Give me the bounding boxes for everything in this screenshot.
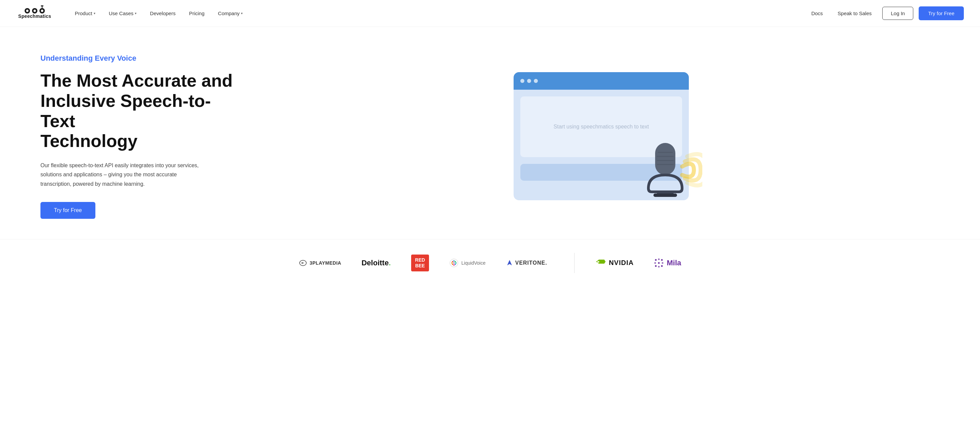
logo-circle-2 <box>32 8 37 13</box>
svg-point-12 <box>453 262 455 264</box>
browser-dot-1 <box>520 79 524 83</box>
logo-liquidvoice: LiquidVoice <box>449 258 485 268</box>
mic-svg <box>635 133 702 207</box>
nav-docs-link[interactable]: Docs <box>807 8 827 19</box>
svg-point-21 <box>654 262 656 264</box>
svg-point-13 <box>455 262 457 264</box>
nav-links: Product ▾ Use Cases ▾ Developers Pricing… <box>69 8 807 19</box>
svg-rect-6 <box>654 193 677 197</box>
nav-company[interactable]: Company ▾ <box>213 8 248 19</box>
svg-point-9 <box>453 260 455 261</box>
use-cases-chevron-icon: ▾ <box>135 11 137 15</box>
svg-point-10 <box>455 261 456 262</box>
logo-circle-1 <box>25 8 30 13</box>
3play-icon <box>299 260 307 266</box>
hero-right: Start using speechmatics speech to text <box>263 72 940 200</box>
logo-mila: Mila <box>654 258 681 268</box>
nav-developers[interactable]: Developers <box>145 8 181 19</box>
svg-point-22 <box>658 262 660 264</box>
logo-veritone: VERITONE. <box>506 259 547 267</box>
svg-point-24 <box>655 265 657 267</box>
logo-nvidia: ▶ NVIDIA <box>595 259 634 267</box>
logo-circle-3 <box>40 8 45 13</box>
hero-section: Understanding Every Voice The Most Accur… <box>0 27 980 239</box>
logo-3playmedia: 3PLAYMEDIA <box>299 260 341 266</box>
nvidia-icon: ▶ <box>595 259 607 267</box>
hero-tagline: Understanding Every Voice <box>40 54 236 63</box>
logos-left: 3PLAYMEDIA Deloitte. RED BEE <box>299 255 568 271</box>
hero-title: The Most Accurate and Inclusive Speech-t… <box>40 71 236 151</box>
svg-point-14 <box>452 264 453 265</box>
logo-icon <box>25 8 45 13</box>
svg-point-15 <box>453 265 455 266</box>
svg-point-25 <box>658 266 660 267</box>
nav-product[interactable]: Product ▾ <box>69 8 101 19</box>
svg-point-19 <box>658 258 660 260</box>
browser-dot-2 <box>527 79 531 83</box>
navbar: Speechmatics Product ▾ Use Cases ▾ Devel… <box>0 0 980 27</box>
veritone-icon <box>506 259 513 267</box>
hero-left: Understanding Every Voice The Most Accur… <box>40 54 236 219</box>
liquidvoice-icon <box>449 258 459 268</box>
microphone-illustration <box>635 129 702 210</box>
logo-deloitte: Deloitte. <box>361 258 391 267</box>
svg-rect-0 <box>655 143 675 175</box>
svg-point-18 <box>655 259 657 261</box>
svg-point-11 <box>451 262 453 264</box>
svg-point-20 <box>661 259 663 261</box>
browser-dot-3 <box>534 79 538 83</box>
svg-point-8 <box>452 261 453 262</box>
browser-bar <box>514 72 689 90</box>
logos-section: 3PLAYMEDIA Deloitte. RED BEE <box>0 239 980 287</box>
svg-point-23 <box>662 262 663 264</box>
logo[interactable]: Speechmatics <box>16 8 53 19</box>
logo-text: Speechmatics <box>18 13 51 19</box>
nav-pricing[interactable]: Pricing <box>184 8 210 19</box>
speak-to-sales-link[interactable]: Speak to Sales <box>832 8 877 19</box>
hero-try-free-button[interactable]: Try for Free <box>40 202 95 219</box>
logo-redbee: RED BEE <box>411 255 430 271</box>
logos-right: ▶ NVIDIA Mila <box>581 258 681 268</box>
svg-text:▶: ▶ <box>598 260 600 263</box>
product-chevron-icon: ▾ <box>94 11 95 15</box>
browser-placeholder: Start using speechmatics speech to text <box>554 124 649 130</box>
logos-divider <box>574 253 574 273</box>
svg-point-26 <box>661 265 663 267</box>
nav-right: Docs Speak to Sales Log In Try for Free <box>807 6 964 20</box>
try-free-nav-button[interactable]: Try for Free <box>919 6 964 20</box>
mila-icon <box>654 258 664 268</box>
nav-use-cases[interactable]: Use Cases ▾ <box>103 8 142 19</box>
browser-illustration: Start using speechmatics speech to text <box>514 72 689 200</box>
svg-point-16 <box>455 264 456 265</box>
company-chevron-icon: ▾ <box>241 11 243 15</box>
hero-description: Our flexible speech-to-text API easily i… <box>40 161 209 188</box>
login-button[interactable]: Log In <box>882 7 913 20</box>
